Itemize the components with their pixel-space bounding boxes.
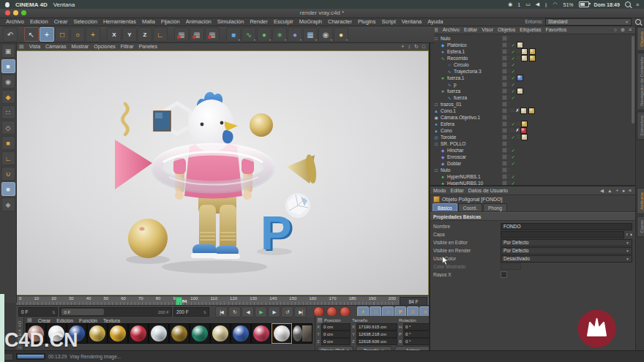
texture-tag-icon[interactable] bbox=[521, 134, 528, 140]
undo-icon[interactable]: ↶ bbox=[3, 27, 18, 42]
dropdown-select[interactable]: Por Defecto ▼ bbox=[501, 247, 632, 254]
keyframe-dots-icon[interactable]: ∷ bbox=[517, 121, 520, 127]
app-menu-item[interactable]: Esculpir bbox=[271, 18, 296, 25]
layer-swatch[interactable] bbox=[502, 49, 507, 54]
am-pin-icon[interactable]: + bbox=[615, 188, 619, 194]
viewport-menu-item[interactable]: Filtrar bbox=[121, 44, 134, 49]
macos-app-name[interactable]: CINEMA 4D bbox=[15, 1, 48, 8]
visibility-dots-icon[interactable]: ⁚ bbox=[509, 102, 510, 106]
attribute-menu-item[interactable]: Modo bbox=[433, 188, 446, 193]
dropdown-select[interactable]: Por Defecto ▼ bbox=[501, 239, 632, 246]
visibility-dots-icon[interactable]: ⁚ bbox=[509, 76, 510, 80]
start-frame-field[interactable]: 0 F ⇅ bbox=[18, 307, 58, 317]
object-tree-row[interactable]: ▲ Cono ⁚ ∷ ✗ bbox=[430, 127, 635, 134]
texture-tag-icon[interactable] bbox=[517, 88, 523, 94]
attribute-tab[interactable]: Phong bbox=[483, 203, 507, 211]
pan-view-icon[interactable]: + bbox=[400, 44, 405, 50]
polygons-mode-button[interactable]: ■ bbox=[1, 136, 15, 150]
enabled-check-icon[interactable]: ✓ bbox=[512, 62, 515, 67]
wifi-icon[interactable]: ◠ bbox=[553, 1, 557, 7]
object-tree-row[interactable]: ◉ Cámara.Objetivo.1 ⁚ bbox=[430, 114, 635, 121]
visibility-dots-icon[interactable]: ⁚ bbox=[509, 168, 510, 172]
enabled-check-icon[interactable]: ✓ bbox=[512, 135, 515, 140]
app-menu-item[interactable]: MoGraph bbox=[296, 18, 325, 25]
attribute-tab[interactable]: Básico bbox=[433, 203, 457, 211]
dock-tab[interactable]: Capas bbox=[637, 216, 644, 237]
visibility-dots-icon[interactable]: ⁚ bbox=[509, 155, 510, 159]
enabled-check-icon[interactable]: ✓ bbox=[512, 181, 515, 185]
object-manager-menu-item[interactable]: Visor bbox=[482, 27, 493, 32]
layer-swatch[interactable] bbox=[502, 167, 507, 173]
bluetooth-icon[interactable]: ᛒ bbox=[544, 2, 547, 7]
object-tree-row[interactable]: ◆ Platónico ⁚ ✓ bbox=[430, 42, 635, 48]
panel-grid-icon[interactable] bbox=[317, 317, 323, 323]
add-camera-menu[interactable]: ◉ ▾ bbox=[318, 27, 333, 42]
object-tree-row[interactable]: ▲ Cono.1 ⁚ ∷ ✗ bbox=[430, 108, 635, 114]
app-menu-item[interactable]: Character bbox=[325, 18, 355, 25]
object-tree-row[interactable]: ● Esfera.1 ⁚ ✓ ∷ bbox=[430, 48, 635, 55]
material-menu-item[interactable]: Función bbox=[79, 318, 97, 323]
z-axis-lock[interactable]: Z bbox=[138, 27, 152, 42]
macos-menu-item[interactable]: Ventana bbox=[53, 1, 75, 8]
object-tree-row[interactable]: ● HyperNURBS.1 ⁚ ✓ bbox=[430, 173, 635, 180]
next-frame-button[interactable]: ▶ bbox=[268, 306, 280, 317]
size-field[interactable]: 17190.615 cm bbox=[356, 323, 397, 331]
object-tree-row[interactable]: □ Nulo ⁚ bbox=[430, 35, 635, 42]
dock-tab[interactable]: Atributos bbox=[637, 188, 644, 214]
am-up-icon[interactable]: ▲ bbox=[607, 188, 613, 194]
viewport-layout-icon[interactable]: ▤ bbox=[19, 44, 24, 50]
coordinate-system-toggle[interactable]: ∟ bbox=[153, 27, 168, 42]
zoom-view-icon[interactable]: ↕ bbox=[407, 44, 411, 50]
enabled-check-icon[interactable]: ✓ bbox=[512, 95, 515, 100]
layer-swatch[interactable] bbox=[502, 95, 507, 100]
layer-swatch[interactable] bbox=[502, 181, 507, 185]
dock-tab[interactable]: Estructura bbox=[637, 111, 644, 140]
add-spline-menu[interactable]: ∿ ▾ bbox=[242, 27, 256, 42]
texture-tag-icon[interactable] bbox=[520, 108, 527, 114]
add-deformer-menu[interactable]: ● ▾ bbox=[288, 27, 302, 42]
layer-swatch[interactable] bbox=[502, 75, 507, 80]
object-axis-mode-button[interactable]: ◆ bbox=[1, 90, 15, 104]
goto-start-button[interactable]: |◀ bbox=[215, 306, 228, 317]
app-menu-item[interactable]: Herramientas bbox=[100, 18, 139, 25]
environment-select[interactable]: Standard ▼ bbox=[545, 18, 632, 26]
render-settings-button[interactable]: ▦ bbox=[205, 27, 220, 42]
snap-toggle[interactable]: ∪ bbox=[1, 167, 15, 181]
stepper-icon[interactable]: ⇅ bbox=[52, 310, 55, 314]
layer-swatch[interactable] bbox=[502, 115, 507, 120]
enabled-check-icon[interactable]: ✓ bbox=[512, 56, 515, 61]
maximize-view-icon[interactable]: □ bbox=[422, 44, 426, 50]
add-primitive-menu[interactable]: ■ ▾ bbox=[226, 27, 241, 42]
app-menu-item[interactable]: Simulación bbox=[214, 18, 247, 25]
texture-tag-icon[interactable] bbox=[529, 48, 536, 55]
viewport-menu-item[interactable]: Opciones bbox=[94, 44, 116, 49]
layer-swatch[interactable] bbox=[502, 82, 507, 87]
x-axis-lock[interactable]: X bbox=[107, 27, 121, 42]
keyframe-dots-icon[interactable]: ∷ bbox=[517, 135, 520, 140]
xray-checkbox[interactable] bbox=[501, 271, 507, 278]
enabled-check-icon[interactable]: ✓ bbox=[512, 154, 515, 159]
visibility-dots-icon[interactable]: ⁚ bbox=[509, 63, 510, 67]
attribute-menu-item[interactable]: Editar bbox=[451, 188, 464, 193]
object-manager-menu-item[interactable]: Etiquetas bbox=[520, 27, 541, 32]
rotation-field[interactable]: 0 ° bbox=[403, 323, 431, 331]
layer-swatch[interactable] bbox=[502, 42, 507, 48]
last-used-tool[interactable]: + bbox=[86, 27, 100, 42]
am-menu-icon[interactable]: ≡ bbox=[628, 188, 632, 194]
app-menu-item[interactable]: Malla bbox=[139, 18, 158, 25]
workplane-lock-toggle[interactable]: ■ bbox=[1, 182, 15, 196]
object-tree-row[interactable]: ◆ Doblar ⁚ ✓ bbox=[430, 160, 635, 167]
position-field[interactable]: 0 cm bbox=[321, 323, 351, 331]
layer-swatch[interactable] bbox=[502, 69, 507, 74]
visibility-dots-icon[interactable]: ⁚ bbox=[509, 56, 510, 60]
scale-tool[interactable]: □ bbox=[55, 27, 70, 42]
keyframe-dots-icon[interactable]: ∷ bbox=[512, 128, 514, 133]
screen-record-icon[interactable]: ◉ bbox=[508, 1, 512, 7]
play-button[interactable]: ▶ bbox=[255, 306, 267, 317]
app-menu-item[interactable]: Selección bbox=[70, 18, 100, 25]
layer-input[interactable] bbox=[501, 231, 624, 238]
viewport-menu-item[interactable]: Cámaras bbox=[45, 44, 66, 49]
visibility-dots-icon[interactable]: ⁚ bbox=[509, 43, 510, 47]
viewport-menu-item[interactable]: Paneles bbox=[139, 44, 157, 49]
apple-logo-icon[interactable] bbox=[5, 2, 10, 7]
